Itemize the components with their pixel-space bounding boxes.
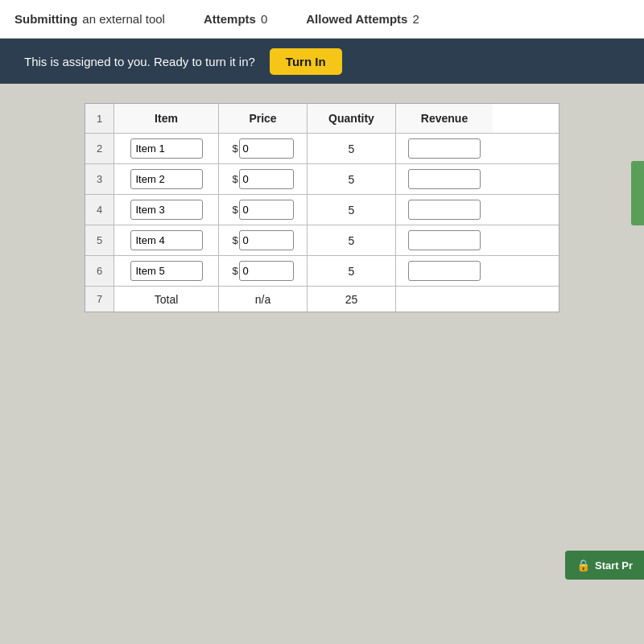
attempts-label: Attempts [204, 12, 256, 26]
submitting-label: Submitting [14, 12, 77, 26]
turn-in-button[interactable]: Turn In [270, 48, 342, 75]
header-price: Price [219, 104, 308, 133]
header-revenue: Revenue [396, 104, 493, 133]
main-content: 1 Item Price Quantity Revenue 2 [0, 84, 644, 327]
cell-price-1[interactable]: $ [219, 134, 308, 163]
data-row-6: 6 $ 5 [85, 256, 559, 287]
input-item-1[interactable] [130, 138, 203, 159]
allowed-attempts-label: Allowed Attempts [306, 12, 407, 26]
row-num-7: 7 [85, 287, 114, 312]
cell-revenue-3[interactable] [396, 195, 493, 225]
submitting-value: an external tool [82, 12, 165, 26]
cell-price-2[interactable]: $ [219, 164, 308, 194]
cell-qty-2: 5 [308, 164, 396, 194]
header-item: Item [114, 104, 219, 133]
input-price-4[interactable] [239, 230, 294, 250]
cell-total-label: Total [114, 287, 219, 312]
cell-item-5[interactable] [114, 256, 219, 286]
row-num-1: 1 [85, 104, 114, 133]
cell-revenue-2[interactable] [396, 164, 493, 194]
cell-qty-5: 5 [308, 256, 396, 286]
row-num-6: 6 [85, 256, 114, 286]
input-revenue-5[interactable] [408, 261, 481, 281]
cell-price-3[interactable]: $ [219, 195, 308, 225]
input-price-5[interactable] [239, 261, 294, 281]
cell-qty-4: 5 [308, 225, 396, 255]
attempts-value: 0 [261, 12, 267, 26]
cell-price-5[interactable]: $ [219, 256, 308, 286]
row-num-2: 2 [85, 134, 114, 163]
data-row-2: 2 $ 5 [85, 134, 559, 164]
cell-total-revenue [396, 287, 493, 312]
cell-qty-1: 5 [308, 134, 396, 163]
data-row-4: 4 $ 5 [85, 195, 559, 225]
lock-icon: 🔒 [576, 559, 590, 572]
row-num-5: 5 [85, 225, 114, 255]
spreadsheet-container: 1 Item Price Quantity Revenue 2 [85, 103, 559, 312]
cell-total-qty: 25 [308, 287, 396, 312]
header-row: 1 Item Price Quantity Revenue [85, 104, 559, 134]
header-quantity: Quantity [308, 104, 396, 133]
right-scroll-tab [631, 161, 644, 225]
start-pr-button[interactable]: 🔒 Start Pr [565, 551, 644, 580]
cell-item-2[interactable] [114, 164, 219, 194]
input-revenue-4[interactable] [408, 230, 481, 250]
row-num-4: 4 [85, 195, 114, 225]
cell-item-3[interactable] [114, 195, 219, 225]
input-item-4[interactable] [130, 230, 203, 250]
data-row-5: 5 $ 5 [85, 225, 559, 256]
cell-qty-3: 5 [308, 195, 396, 225]
assignment-bar: This is assigned to you. Ready to turn i… [0, 39, 644, 84]
cell-revenue-1[interactable] [396, 134, 493, 163]
total-row: 7 Total n/a 25 [85, 287, 559, 312]
input-revenue-1[interactable] [408, 138, 481, 159]
allowed-attempts-value: 2 [412, 12, 419, 26]
cell-item-4[interactable] [114, 225, 219, 255]
cell-total-price: n/a [219, 287, 308, 312]
input-item-5[interactable] [130, 261, 203, 281]
input-revenue-2[interactable] [408, 169, 481, 189]
row-num-3: 3 [85, 164, 114, 194]
cell-price-4[interactable]: $ [219, 225, 308, 255]
header-cells: Item Price Quantity Revenue [114, 104, 559, 133]
cell-revenue-4[interactable] [396, 225, 493, 255]
input-revenue-3[interactable] [408, 200, 481, 220]
input-price-2[interactable] [239, 169, 294, 189]
top-bar: Submitting an external tool Attempts 0 A… [0, 0, 644, 39]
input-price-1[interactable] [239, 138, 294, 159]
data-row-3: 3 $ 5 [85, 164, 559, 195]
assignment-text: This is assigned to you. Ready to turn i… [24, 55, 255, 68]
input-item-3[interactable] [130, 200, 203, 220]
cell-item-1[interactable] [114, 134, 219, 163]
cell-revenue-5[interactable] [396, 256, 493, 286]
input-item-2[interactable] [130, 169, 203, 189]
input-price-3[interactable] [239, 200, 294, 220]
